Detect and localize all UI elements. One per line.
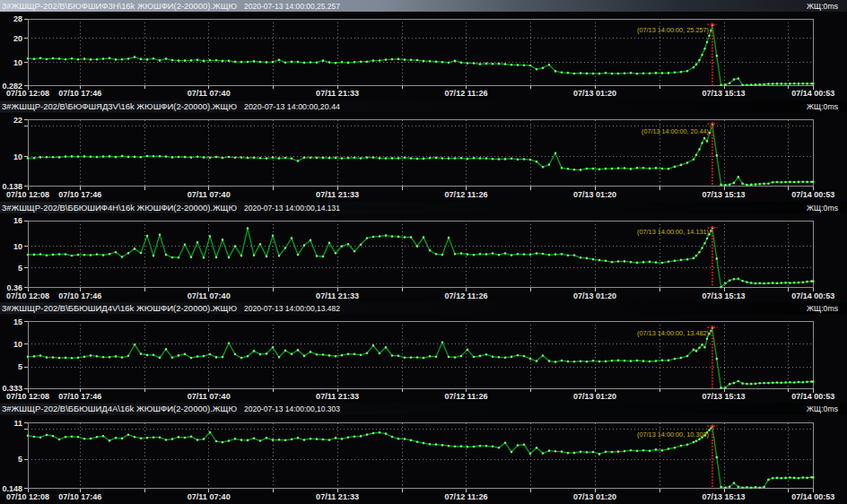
svg-text:07/13 01:20: 07/13 01:20 [573,190,616,199]
svg-text:5: 5 [18,362,22,371]
svg-text:2020-07-13 14:00:00,25.257: 2020-07-13 14:00:00,25.257 [244,2,340,11]
svg-text:16: 16 [13,216,22,225]
svg-text:07/11 21:33: 07/11 21:33 [316,291,359,300]
svg-text:5: 5 [18,455,22,464]
svg-text:(07/13 14:00:00, 25.257): (07/13 14:00:00, 25.257) [637,26,709,34]
svg-text:(07/13 14:00:00, 14.131): (07/13 14:00:00, 14.131) [637,228,709,236]
svg-text:(07/13 14:00:00, 10.303): (07/13 14:00:00, 10.303) [637,430,709,439]
svg-text:28: 28 [13,14,22,23]
svg-text:07/10 17:46: 07/10 17:46 [58,392,101,401]
svg-text:07/14 00:53: 07/14 00:53 [791,190,834,199]
svg-text:07/12 11:26: 07/12 11:26 [445,291,488,300]
svg-text:07/11 07:40: 07/11 07:40 [188,190,231,199]
svg-text:2020-07-13 14:00:00,14.131: 2020-07-13 14:00:00,14.131 [244,204,340,213]
svg-text:ЖЩ:0ms: ЖЩ:0ms [807,404,838,413]
svg-text:2020-07-13 14:00:00,20.44: 2020-07-13 14:00:00,20.44 [244,102,340,111]
svg-text:07/13 15:13: 07/13 15:13 [703,291,746,300]
svg-text:ЖЩ:0ms: ЖЩ:0ms [807,204,838,213]
svg-text:07/12 11:26: 07/12 11:26 [445,392,488,401]
svg-text:07/13 01:20: 07/13 01:20 [573,392,616,401]
svg-text:07/10 12:08: 07/10 12:08 [6,392,49,401]
svg-text:07/10 17:46: 07/10 17:46 [58,89,101,98]
svg-text:3#ЖШЩP-202/B\ББЮШИД4A\16k ЖЮШФ: 3#ЖШЩP-202/B\ББЮШИД4A\16k ЖЮШФИ(2-20000)… [2,404,237,413]
svg-text:(07/13 14:00:00, 13.482): (07/13 14:00:00, 13.482) [637,329,709,337]
svg-text:07/10 12:08: 07/10 12:08 [6,492,49,501]
svg-text:2020-07-13 14:00:00,13.482: 2020-07-13 14:00:00,13.482 [244,304,340,313]
svg-text:10: 10 [13,152,22,161]
svg-text:07/13 15:13: 07/13 15:13 [703,392,746,401]
svg-text:ЖЩ:0ms: ЖЩ:0ms [807,102,838,111]
svg-text:07/11 21:33: 07/11 21:33 [316,190,359,199]
svg-text:2020-07-13 14:00:00,10.303: 2020-07-13 14:00:00,10.303 [244,404,340,413]
svg-text:07/13 01:20: 07/13 01:20 [573,492,616,501]
svg-text:ЖЩ:0ms: ЖЩ:0ms [807,2,838,11]
svg-text:5: 5 [18,264,22,273]
svg-text:07/14 00:53: 07/14 00:53 [791,492,834,501]
svg-text:22: 22 [13,116,22,125]
svg-text:07/11 21:33: 07/11 21:33 [316,392,359,401]
svg-text:(07/13 14:00:00, 20.44): (07/13 14:00:00, 20.44) [642,127,709,135]
svg-text:ЖЩ:0ms: ЖЩ:0ms [807,304,838,313]
svg-text:07/10 12:08: 07/10 12:08 [6,89,49,98]
svg-text:3#ЖШЩP-202/B\БЮФШИФ3H\16k ЖЮШФ: 3#ЖШЩP-202/B\БЮФШИФ3H\16k ЖЮШФИ(2-20000)… [2,2,237,11]
svg-text:07/10 17:46: 07/10 17:46 [58,190,101,199]
svg-text:07/11 07:40: 07/11 07:40 [188,89,231,98]
svg-text:07/13 15:13: 07/13 15:13 [703,190,746,199]
svg-text:07/13 01:20: 07/13 01:20 [573,291,616,300]
svg-text:10: 10 [13,242,22,251]
svg-text:07/10 17:46: 07/10 17:46 [58,492,101,501]
svg-text:07/13 01:20: 07/13 01:20 [573,89,616,98]
svg-text:15: 15 [13,317,22,326]
svg-text:07/12 11:26: 07/12 11:26 [445,492,488,501]
svg-text:3#ЖШЩP-202/B\ББЮШИФ4H\16k ЖЮШФ: 3#ЖШЩP-202/B\ББЮШИФ4H\16k ЖЮШФИ(2-20000)… [2,204,237,213]
svg-text:3#ЖШЩP-202/B\БЮФШЯД3V\16k ЖЮШФ: 3#ЖШЩP-202/B\БЮФШЯД3V\16k ЖЮШФИ(2-20000)… [2,102,237,111]
svg-text:11: 11 [13,419,22,428]
svg-text:10: 10 [13,58,22,67]
svg-text:07/11 21:33: 07/11 21:33 [316,89,359,98]
svg-text:10: 10 [13,340,22,349]
svg-text:07/14 00:53: 07/14 00:53 [791,89,834,98]
svg-text:3#ЖШЩP-202/B\ББЮШИД4V\16k ЖЮШФ: 3#ЖШЩP-202/B\ББЮШИД4V\16k ЖЮШФИ(2-20000)… [2,304,237,313]
svg-text:07/13 15:13: 07/13 15:13 [703,89,746,98]
svg-text:07/11 07:40: 07/11 07:40 [188,492,231,501]
svg-text:07/11 21:33: 07/11 21:33 [316,492,359,501]
svg-text:07/11 07:40: 07/11 07:40 [188,291,231,300]
svg-text:20: 20 [13,34,22,43]
svg-text:07/10 12:08: 07/10 12:08 [6,291,49,300]
svg-text:07/11 07:40: 07/11 07:40 [188,392,231,401]
svg-text:07/10 12:08: 07/10 12:08 [6,190,49,199]
svg-text:07/14 00:53: 07/14 00:53 [791,291,834,300]
svg-text:07/12 11:26: 07/12 11:26 [445,89,488,98]
svg-text:07/14 00:53: 07/14 00:53 [791,392,834,401]
svg-text:07/13 15:13: 07/13 15:13 [703,492,746,501]
svg-text:07/12 11:26: 07/12 11:26 [445,190,488,199]
svg-text:07/10 17:46: 07/10 17:46 [58,291,101,300]
